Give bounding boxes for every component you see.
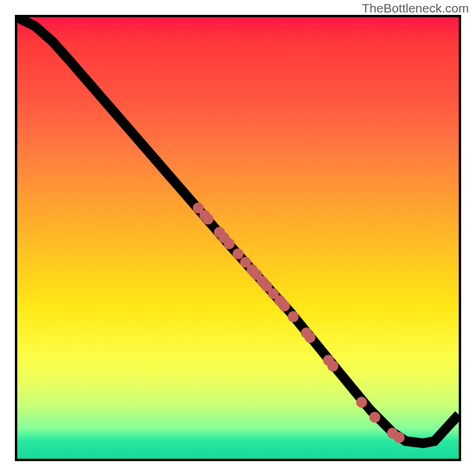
data-marker (369, 412, 381, 423)
data-marker (356, 397, 367, 408)
data-marker (327, 361, 339, 372)
data-marker (224, 238, 235, 249)
watermark-text: TheBottleneck.com (362, 1, 469, 15)
data-marker (394, 432, 405, 443)
plot-svg (17, 17, 459, 459)
data-marker (202, 214, 214, 225)
chart-area (15, 15, 461, 461)
curve-path (17, 17, 459, 443)
data-marker (279, 300, 290, 312)
data-marker (233, 248, 244, 259)
data-marker (305, 332, 316, 343)
data-marker (287, 311, 299, 322)
